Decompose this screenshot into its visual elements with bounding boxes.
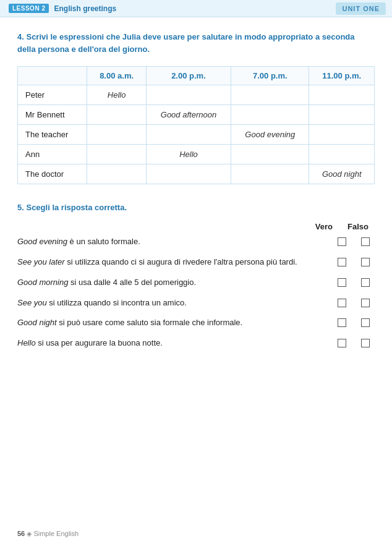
unit-badge: UNIT ONE [336, 2, 386, 15]
greeting-cell [231, 105, 309, 125]
checkbox-group [338, 236, 375, 246]
table-row: Mr BennettGood afternoon [18, 105, 375, 125]
name-cell: Peter [18, 85, 87, 105]
content-area: 4. Scrivi le espressioni che Julia deve … [0, 17, 392, 369]
col-header-1: 8.00 a.m. [87, 67, 146, 85]
statement-text: Good evening è un saluto formale. [17, 236, 338, 248]
falso-checkbox[interactable] [361, 258, 370, 266]
statement-text: See you si utilizza quando si incontra u… [17, 297, 338, 309]
lesson-badge: LESSON 2 [9, 4, 49, 13]
statement-text: Good night si può usare come saluto sia … [17, 317, 338, 329]
greeting-text: Good evening [245, 130, 295, 139]
col-header-4: 11.00 p.m. [309, 67, 375, 85]
footer-separator: ◈ [27, 530, 33, 537]
checkbox-group [338, 257, 375, 266]
greetings-table: 8.00 a.m. 2.00 p.m. 7.00 p.m. 11.00 p.m.… [17, 66, 375, 184]
vero-label: Vero [315, 222, 333, 231]
greeting-cell [309, 145, 375, 164]
checkbox-group [338, 317, 375, 327]
greeting-cell: Good afternoon [146, 105, 231, 125]
greeting-cell [87, 105, 146, 125]
statement-row: See you later si utilizza quando ci si a… [17, 255, 375, 270]
page: LESSON 2 English greetings UNIT ONE 4. S… [0, 0, 392, 549]
statement-text: Good morning si usa dalle 4 alle 5 del p… [17, 277, 338, 289]
table-row: The teacherGood evening [18, 125, 375, 145]
checkbox-group [338, 297, 375, 307]
falso-checkbox[interactable] [361, 237, 370, 246]
name-cell: Ann [18, 145, 87, 164]
greeting-cell [146, 164, 231, 184]
empty-header [18, 67, 87, 85]
vero-checkbox[interactable] [338, 237, 346, 246]
statement-row: Hello si usa per augurare la buona notte… [17, 336, 375, 351]
greeting-text: Good afternoon [161, 110, 216, 119]
lesson-title: English greetings [54, 4, 116, 13]
section5-instruction: Scegli la risposta corretta. [26, 203, 127, 212]
greeting-cell [231, 85, 309, 105]
greeting-cell: Good evening [231, 125, 309, 145]
greeting-cell [87, 145, 146, 164]
falso-label: Falso [347, 222, 369, 231]
statement-row: Good morning si usa dalle 4 alle 5 del p… [17, 276, 375, 290]
greeting-text: Hello [179, 150, 198, 159]
col-header-3: 7.00 p.m. [231, 67, 309, 85]
greeting-cell [87, 125, 146, 145]
vero-checkbox[interactable] [338, 299, 346, 307]
greeting-cell [231, 145, 309, 164]
greeting-cell [146, 125, 231, 145]
statement-text: Hello si usa per augurare la buona notte… [17, 338, 338, 349]
statement-row: See you si utilizza quando si incontra u… [17, 296, 375, 310]
page-number: 56 [17, 530, 25, 537]
table-row: The doctorGood night [18, 164, 375, 184]
vero-checkbox[interactable] [338, 318, 346, 327]
statement-text: See you later si utilizza quando ci si a… [17, 257, 338, 268]
vero-falso-header: Vero Falso [17, 222, 375, 231]
section4-instruction: Scrivi le espressioni che Julia deve usa… [17, 32, 355, 54]
name-cell: The doctor [18, 164, 87, 184]
statements-container: Good evening è un saluto formale.See you… [17, 235, 375, 351]
greeting-text: Good night [322, 169, 362, 179]
greeting-text: Hello [108, 90, 126, 100]
greeting-cell [146, 85, 231, 105]
greeting-cell: Good night [309, 164, 375, 184]
greeting-cell [309, 105, 375, 125]
vero-checkbox[interactable] [338, 278, 346, 287]
greeting-cell [87, 164, 146, 184]
vero-checkbox[interactable] [338, 258, 346, 266]
footer: 56 ◈ Simple English [17, 530, 79, 538]
falso-checkbox[interactable] [361, 299, 370, 307]
falso-checkbox[interactable] [361, 318, 370, 327]
falso-checkbox[interactable] [361, 278, 370, 287]
section5-number: 5. [17, 203, 24, 212]
checkbox-group [338, 277, 375, 287]
greeting-cell [231, 164, 309, 184]
table-row: AnnHello [18, 145, 375, 164]
header-bar: LESSON 2 English greetings UNIT ONE [0, 0, 392, 17]
greeting-cell: Hello [87, 85, 146, 105]
section4-heading: 4. Scrivi le espressioni che Julia deve … [17, 31, 375, 55]
name-cell: Mr Bennett [18, 105, 87, 125]
greeting-cell [309, 85, 375, 105]
statement-row: Good night si può usare come saluto sia … [17, 316, 375, 330]
checkbox-group [338, 338, 375, 347]
name-cell: The teacher [18, 125, 87, 145]
section5-heading: 5. Scegli la risposta corretta. [17, 203, 375, 212]
table-row: PeterHello [18, 85, 375, 105]
falso-checkbox[interactable] [361, 339, 370, 347]
col-header-2: 2.00 p.m. [146, 67, 231, 85]
section4-number: 4. [17, 32, 24, 41]
statement-row: Good evening è un saluto formale. [17, 235, 375, 249]
footer-label: Simple English [33, 530, 79, 537]
greeting-cell: Hello [146, 145, 231, 164]
greeting-cell [309, 125, 375, 145]
vero-checkbox[interactable] [338, 339, 346, 347]
